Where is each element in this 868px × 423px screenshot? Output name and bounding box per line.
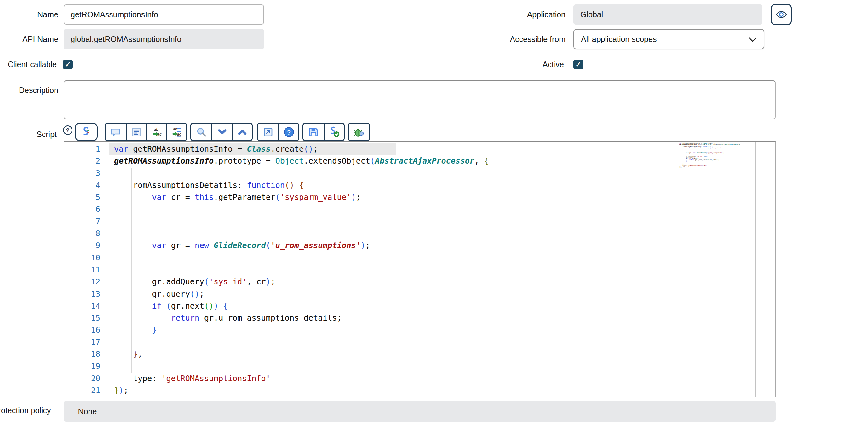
line-number: 12 (64, 276, 114, 288)
code-line-3[interactable]: 3 (64, 168, 775, 179)
line-number: 6 (64, 203, 114, 215)
name-input[interactable] (64, 4, 264, 25)
line-number: 15 (64, 312, 114, 324)
replace-all-icon: abac (171, 126, 182, 138)
code-line-15[interactable]: 15 return gr.u_rom_assumptions_details; (64, 312, 775, 324)
code-line-8[interactable]: 8 (64, 228, 775, 240)
line-number: 8 (64, 228, 114, 240)
format-code-icon (131, 126, 142, 138)
protection-policy-label: Protection policy (0, 406, 51, 415)
help-button[interactable]: ? (278, 124, 298, 140)
line-number: 3 (64, 168, 114, 179)
code-line-18[interactable]: 18 }, (64, 348, 775, 360)
code-minimap[interactable]: var getROMAssumptionsInfo = Class.create… (679, 143, 740, 169)
accessible-from-label: Accessible from (438, 29, 565, 49)
line-number: 19 (64, 360, 114, 372)
check-icon: ✓ (575, 61, 581, 68)
find-next-icon (216, 126, 228, 138)
search-button[interactable] (191, 124, 211, 140)
toolbar-group (303, 123, 345, 141)
line-number: 9 (64, 240, 114, 251)
line-number: 18 (64, 348, 114, 360)
description-textarea[interactable] (64, 80, 776, 119)
line-number: 1 (64, 143, 114, 155)
code-lines[interactable]: 1var getROMAssumptionsInfo = Class.creat… (64, 143, 775, 396)
toolbar-group (348, 123, 370, 141)
eye-icon (775, 8, 788, 21)
syntax-script-button[interactable] (76, 124, 97, 140)
code-line-11[interactable]: 11 (64, 264, 775, 276)
debug-button[interactable] (349, 124, 369, 140)
search-icon (195, 126, 207, 138)
svg-text:?: ? (287, 128, 291, 135)
line-number: 17 (64, 336, 114, 348)
code-line-7[interactable]: 7 (64, 216, 775, 228)
code-line-9[interactable]: 9 var gr = new GlideRecord('u_rom_assump… (64, 240, 775, 251)
active-checkbox[interactable]: ✓ (574, 60, 583, 69)
open-new-window-icon (262, 126, 274, 138)
code-line-14[interactable]: 14 if (gr.next()) { (64, 300, 775, 312)
code-line-5[interactable]: 5 var cr = this.getParameter('sysparm_va… (64, 191, 775, 203)
code-line-21[interactable]: }); (679, 167, 740, 168)
accessible-from-select[interactable]: All application scopes (574, 29, 764, 49)
replace-icon: abac (151, 126, 162, 138)
check-icon: ✓ (65, 61, 70, 68)
toolbar-group (190, 123, 253, 141)
toolbar-group (75, 123, 98, 141)
editor-scrollbar[interactable] (755, 142, 755, 396)
comment-icon (110, 126, 121, 138)
code-line-4[interactable]: 4 romAssumptionsDetatils: function() { (64, 179, 775, 191)
line-number: 13 (64, 288, 114, 300)
protection-policy-field: -- None -- (64, 401, 776, 422)
code-line-10[interactable]: 10 (64, 252, 775, 264)
chevron-down-icon (749, 34, 756, 42)
script-include-form: Name Application Global API Name global.… (0, 0, 868, 423)
open-new-window-button[interactable] (258, 124, 278, 140)
line-number: 5 (64, 191, 114, 203)
save-icon (308, 126, 319, 138)
line-number: 4 (64, 179, 114, 191)
line-number: 7 (64, 216, 114, 228)
application-picker-button[interactable] (771, 4, 792, 25)
client-callable-checkbox[interactable]: ✓ (63, 60, 73, 69)
replace-all-button[interactable]: abac (166, 124, 186, 140)
svg-text:ac: ac (157, 132, 162, 137)
description-label: Description (0, 86, 58, 95)
syntax-script-icon (80, 126, 92, 138)
code-line-13[interactable]: 13 gr.query(); (64, 288, 775, 300)
code-line-19[interactable]: 19 (64, 360, 775, 372)
code-line-16[interactable]: 16 } (64, 324, 775, 336)
api-name-field: global.getROMAssumptionsInfo (64, 29, 264, 49)
active-label: Active (438, 60, 564, 69)
application-label: Application (438, 4, 565, 25)
line-number: 14 (64, 300, 114, 312)
script-editor[interactable]: 1var getROMAssumptionsInfo = Class.creat… (64, 141, 776, 397)
debug-icon (352, 126, 365, 139)
code-line-20[interactable]: 20 type: 'getROMAssumptionsInfo' (64, 372, 775, 385)
syntax-check-button[interactable] (323, 124, 344, 140)
code-line-12[interactable]: 12 gr.addQuery('sys_id', cr); (64, 276, 775, 288)
line-number: 21 (64, 385, 114, 396)
format-code-button[interactable] (126, 124, 146, 140)
client-callable-label: Client callable (0, 60, 57, 69)
code-line-17[interactable]: 17 (64, 336, 775, 348)
application-field: Global (574, 4, 763, 25)
code-line-6[interactable]: 6 (64, 203, 775, 215)
replace-button[interactable]: abac (146, 124, 166, 140)
code-line-21[interactable]: 21}); (64, 385, 775, 396)
help-outline-icon[interactable]: ? (62, 125, 73, 137)
code-line-2[interactable]: 2getROMAssumptionsInfo.prototype = Objec… (64, 155, 775, 167)
api-name-label: API Name (0, 29, 58, 49)
save-button[interactable] (303, 124, 323, 140)
svg-text:?: ? (66, 127, 69, 134)
toolbar-group: abacabac (104, 123, 187, 141)
code-line-1[interactable]: 1var getROMAssumptionsInfo = Class.creat… (64, 143, 775, 155)
line-number: 2 (64, 155, 114, 167)
line-number: 20 (64, 372, 114, 385)
line-number: 10 (64, 252, 114, 264)
comment-button[interactable] (105, 124, 126, 140)
toolbar-group: ? (257, 123, 299, 141)
find-next-button[interactable] (211, 124, 231, 140)
find-previous-button[interactable] (231, 124, 252, 140)
syntax-check-icon (328, 126, 340, 138)
